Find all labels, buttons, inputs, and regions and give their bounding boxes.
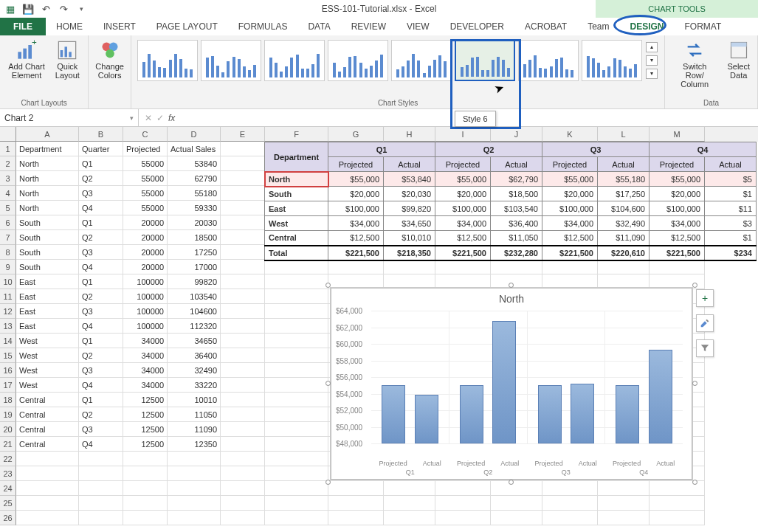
cell-C23[interactable] — [123, 466, 168, 481]
name-box[interactable]: Chart 2 ▾ — [0, 109, 139, 126]
cell-E25[interactable] — [221, 496, 265, 511]
cell-D12[interactable]: 104600 — [168, 304, 221, 319]
qat-dropdown-icon[interactable]: ▾ — [75, 3, 87, 15]
cell-A23[interactable] — [16, 466, 79, 481]
cell-H9[interactable] — [384, 260, 435, 274]
tab-home[interactable]: HOME — [46, 18, 93, 35]
enter-formula-icon[interactable]: ✓ — [156, 113, 164, 123]
switch-row-column-button[interactable]: Switch Row/ Column — [669, 38, 720, 90]
cell-D1[interactable]: Actual Sales — [168, 142, 221, 156]
cell-D4[interactable]: 55180 — [168, 186, 221, 201]
cell-B25[interactable] — [79, 496, 123, 511]
chart-style-1[interactable] — [137, 40, 198, 81]
cell-C18[interactable]: 12500 — [123, 393, 168, 407]
cell-C2[interactable]: 55000 — [123, 156, 168, 171]
chart-style-7[interactable] — [518, 40, 579, 81]
row-header-6[interactable]: 6 — [0, 215, 16, 230]
cell-F26[interactable] — [265, 511, 328, 525]
cell-L24[interactable] — [598, 481, 650, 496]
chart-plot-area[interactable] — [371, 311, 683, 443]
chart-style-2[interactable] — [201, 40, 261, 81]
cell-E14[interactable] — [221, 334, 265, 348]
row-header-19[interactable]: 19 — [0, 407, 16, 422]
cell-B19[interactable]: Q2 — [79, 407, 123, 422]
worksheet-grid[interactable]: ABCDEFGHIJKLM 1DepartmentQuarterProjecte… — [0, 127, 758, 531]
cell-M26[interactable] — [650, 511, 705, 525]
cell-F17[interactable] — [265, 378, 328, 393]
cell-D14[interactable]: 34650 — [168, 334, 221, 348]
cell-B16[interactable]: Q3 — [79, 363, 123, 378]
chart-style-4[interactable] — [328, 40, 388, 81]
row-header-10[interactable]: 10 — [0, 274, 16, 289]
tab-file[interactable]: FILE — [0, 18, 46, 35]
cell-K26[interactable] — [542, 511, 598, 525]
cell-E23[interactable] — [221, 466, 265, 481]
cell-C17[interactable]: 34000 — [123, 378, 168, 393]
pivot-table[interactable]: DepartmentQ1Q2Q3Q4ProjectedActualProject… — [264, 142, 757, 261]
col-header-D[interactable]: D — [168, 127, 221, 142]
cell-L9[interactable] — [598, 260, 650, 274]
name-box-dropdown-icon[interactable]: ▾ — [130, 114, 134, 122]
cell-J10[interactable] — [491, 274, 542, 289]
styles-scroll-down[interactable]: ▾ — [646, 55, 658, 66]
row-header-18[interactable]: 18 — [0, 393, 16, 407]
cell-E19[interactable] — [221, 407, 265, 422]
row-header-22[interactable]: 22 — [0, 452, 16, 466]
cell-D13[interactable]: 112320 — [168, 319, 221, 334]
cell-F23[interactable] — [265, 466, 328, 481]
cell-F12[interactable] — [265, 304, 328, 319]
cell-A6[interactable]: South — [16, 215, 79, 230]
cell-F14[interactable] — [265, 334, 328, 348]
cell-D8[interactable]: 17250 — [168, 245, 221, 260]
cell-F20[interactable] — [265, 422, 328, 437]
col-header-C[interactable]: C — [123, 127, 168, 142]
cell-I25[interactable] — [435, 496, 491, 511]
chart-bar[interactable] — [649, 350, 672, 443]
row-header-3[interactable]: 3 — [0, 171, 16, 186]
row-header-26[interactable]: 26 — [0, 511, 16, 525]
chart-style-5[interactable] — [391, 40, 452, 81]
undo-icon[interactable]: ↶ — [40, 3, 52, 15]
cell-C4[interactable]: 55000 — [123, 186, 168, 201]
cell-D9[interactable]: 17000 — [168, 260, 221, 274]
row-header-17[interactable]: 17 — [0, 378, 16, 393]
cell-C6[interactable]: 20000 — [123, 215, 168, 230]
cell-A13[interactable]: East — [16, 319, 79, 334]
cell-D17[interactable]: 33220 — [168, 378, 221, 393]
cell-C15[interactable]: 34000 — [123, 348, 168, 363]
cell-A19[interactable]: Central — [16, 407, 79, 422]
chart-style-6[interactable] — [455, 40, 515, 81]
cell-C9[interactable]: 20000 — [123, 260, 168, 274]
cell-C25[interactable] — [123, 496, 168, 511]
cell-E12[interactable] — [221, 304, 265, 319]
cell-B22[interactable] — [79, 452, 123, 466]
cell-A12[interactable]: East — [16, 304, 79, 319]
tab-formulas[interactable]: FORMULAS — [228, 18, 298, 35]
cell-A18[interactable]: Central — [16, 393, 79, 407]
cell-A2[interactable]: North — [16, 156, 79, 171]
cell-D21[interactable]: 12350 — [168, 437, 221, 452]
cell-B6[interactable]: Q1 — [79, 215, 123, 230]
chart-bar[interactable] — [415, 395, 438, 443]
cell-A17[interactable]: West — [16, 378, 79, 393]
cell-D19[interactable]: 11050 — [168, 407, 221, 422]
cell-K24[interactable] — [542, 481, 598, 496]
row-header-16[interactable]: 16 — [0, 363, 16, 378]
cell-D5[interactable]: 59330 — [168, 201, 221, 215]
cell-A26[interactable] — [16, 511, 79, 525]
cell-D7[interactable]: 18500 — [168, 230, 221, 245]
col-header-F[interactable]: F — [265, 127, 328, 142]
col-header-L[interactable]: L — [598, 127, 650, 142]
cell-C8[interactable]: 20000 — [123, 245, 168, 260]
cell-K25[interactable] — [542, 496, 598, 511]
row-header-15[interactable]: 15 — [0, 348, 16, 363]
cell-E21[interactable] — [221, 437, 265, 452]
save-icon[interactable]: 💾 — [22, 3, 34, 15]
cell-B9[interactable]: Q4 — [79, 260, 123, 274]
cell-D25[interactable] — [168, 496, 221, 511]
cell-D23[interactable] — [168, 466, 221, 481]
cell-A3[interactable]: North — [16, 171, 79, 186]
chart-bar[interactable] — [538, 385, 562, 443]
row-header-24[interactable]: 24 — [0, 481, 16, 496]
cell-C26[interactable] — [123, 511, 168, 525]
